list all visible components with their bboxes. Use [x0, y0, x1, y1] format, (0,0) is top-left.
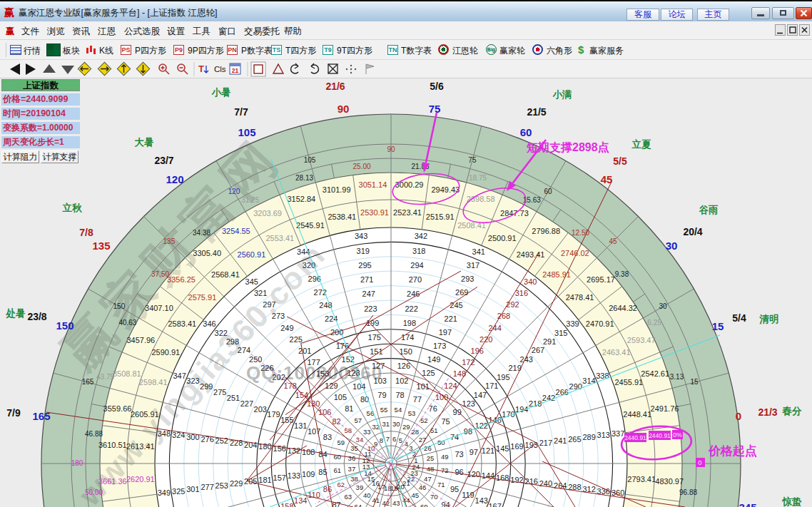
- svg-text:43: 43: [392, 499, 400, 507]
- svg-text:290: 290: [569, 382, 582, 391]
- svg-text:349: 349: [158, 488, 171, 497]
- svg-text:337: 337: [611, 429, 624, 438]
- svg-text:267: 267: [532, 346, 544, 354]
- svg-text:55: 55: [380, 406, 388, 414]
- svg-text:T: T: [198, 63, 204, 74]
- svg-text:小满: 小满: [552, 89, 572, 100]
- svg-text:97: 97: [470, 448, 478, 456]
- svg-text:250: 250: [249, 355, 262, 364]
- svg-text:2440.91: 2440.91: [624, 434, 646, 441]
- svg-text:197: 197: [439, 328, 452, 337]
- svg-text:2620.91: 2620.91: [126, 475, 155, 483]
- svg-text:268: 268: [497, 312, 510, 320]
- svg-text:21: 21: [232, 67, 239, 74]
- svg-text:3: 3: [409, 444, 412, 452]
- svg-text:96: 96: [455, 468, 463, 476]
- svg-text:2695.17: 2695.17: [587, 275, 615, 284]
- svg-text:60: 60: [333, 453, 341, 461]
- svg-text:291: 291: [543, 337, 556, 346]
- svg-text:2470.91: 2470.91: [586, 319, 614, 328]
- svg-text:270: 270: [409, 275, 422, 284]
- svg-text:3508.81: 3508.81: [113, 369, 141, 378]
- svg-text:小暑: 小暑: [211, 87, 231, 98]
- svg-text:273: 273: [272, 312, 285, 320]
- svg-text:2491.76: 2491.76: [651, 404, 679, 413]
- svg-text:247: 247: [362, 290, 375, 298]
- svg-text:3152.84: 3152.84: [287, 195, 315, 203]
- svg-text:156: 156: [273, 444, 286, 453]
- svg-text:46.88: 46.88: [85, 430, 103, 438]
- svg-text:150: 150: [113, 302, 126, 310]
- svg-text:7/8: 7/8: [79, 227, 93, 238]
- svg-text:39: 39: [356, 483, 364, 491]
- svg-text:96.88: 96.88: [679, 488, 697, 496]
- svg-text:271: 271: [360, 275, 373, 284]
- svg-text:274: 274: [238, 346, 250, 354]
- svg-text:265: 265: [568, 435, 581, 444]
- svg-text:6: 6: [392, 435, 396, 443]
- svg-text:144: 144: [482, 471, 494, 480]
- svg-text:78: 78: [395, 391, 404, 399]
- svg-text:2500.91: 2500.91: [488, 234, 517, 242]
- svg-text:345: 345: [245, 277, 258, 286]
- svg-text:193: 193: [525, 441, 538, 449]
- svg-text:30: 30: [392, 420, 400, 428]
- svg-text:34: 34: [356, 436, 364, 444]
- svg-text:313: 313: [597, 431, 610, 439]
- svg-text:23/8: 23/8: [27, 311, 46, 322]
- svg-text:151: 151: [370, 347, 382, 356]
- svg-text:222: 222: [405, 304, 417, 313]
- svg-text:4830.97: 4830.97: [655, 477, 684, 486]
- svg-text:49: 49: [441, 453, 449, 461]
- svg-text:81: 81: [345, 404, 353, 413]
- svg-text:63: 63: [344, 493, 352, 501]
- svg-text:129: 129: [325, 381, 338, 390]
- svg-text:165: 165: [32, 410, 50, 422]
- svg-text:0%: 0%: [673, 431, 682, 439]
- svg-text:345: 345: [739, 501, 756, 507]
- svg-text:2590.91: 2590.91: [151, 348, 180, 357]
- svg-text:342: 342: [415, 232, 427, 240]
- svg-text:253: 253: [215, 481, 228, 490]
- svg-text:2542.61: 2542.61: [641, 369, 669, 378]
- svg-text:2605.91: 2605.91: [131, 410, 159, 419]
- svg-text:71: 71: [437, 481, 445, 488]
- svg-text:317: 317: [467, 261, 479, 270]
- svg-text:37.50: 37.50: [151, 270, 169, 278]
- svg-text:158: 158: [280, 502, 293, 507]
- svg-text:198: 198: [403, 319, 416, 327]
- svg-text:21/6: 21/6: [325, 81, 345, 92]
- svg-text:2575.91: 2575.91: [188, 293, 217, 302]
- svg-text:2493.41: 2493.41: [517, 250, 545, 259]
- svg-text:立夏: 立夏: [631, 138, 652, 150]
- svg-text:79: 79: [377, 391, 386, 399]
- svg-text:169: 169: [510, 442, 523, 451]
- svg-text:59: 59: [338, 439, 345, 446]
- svg-text:225: 225: [290, 335, 303, 344]
- svg-text:119: 119: [462, 491, 474, 499]
- svg-text:181: 181: [258, 476, 271, 484]
- svg-text:346: 346: [203, 319, 215, 328]
- svg-text:2568.41: 2568.41: [211, 270, 240, 279]
- svg-text:90: 90: [387, 145, 395, 153]
- svg-text:229: 229: [230, 479, 243, 488]
- svg-text:2523.41: 2523.41: [393, 208, 422, 217]
- svg-text:174: 174: [401, 333, 414, 342]
- svg-text:82: 82: [332, 417, 340, 426]
- svg-text:90: 90: [338, 103, 350, 115]
- svg-text:5/6: 5/6: [430, 81, 444, 92]
- svg-text:28: 28: [412, 428, 420, 436]
- svg-text:124: 124: [444, 381, 457, 390]
- svg-text:3305.40: 3305.40: [193, 249, 221, 257]
- svg-text:28.13: 28.13: [295, 174, 313, 182]
- svg-text:126: 126: [397, 362, 410, 370]
- svg-text:40.63: 40.63: [118, 319, 136, 327]
- svg-text:3254.55: 3254.55: [222, 227, 250, 235]
- svg-text:8: 8: [380, 436, 383, 444]
- svg-text:立秋: 立秋: [62, 202, 83, 213]
- svg-text:15: 15: [712, 320, 724, 332]
- svg-text:7/9: 7/9: [6, 407, 21, 419]
- svg-text:325: 325: [172, 487, 185, 496]
- svg-text:147: 147: [474, 391, 487, 399]
- svg-text:125: 125: [422, 369, 435, 377]
